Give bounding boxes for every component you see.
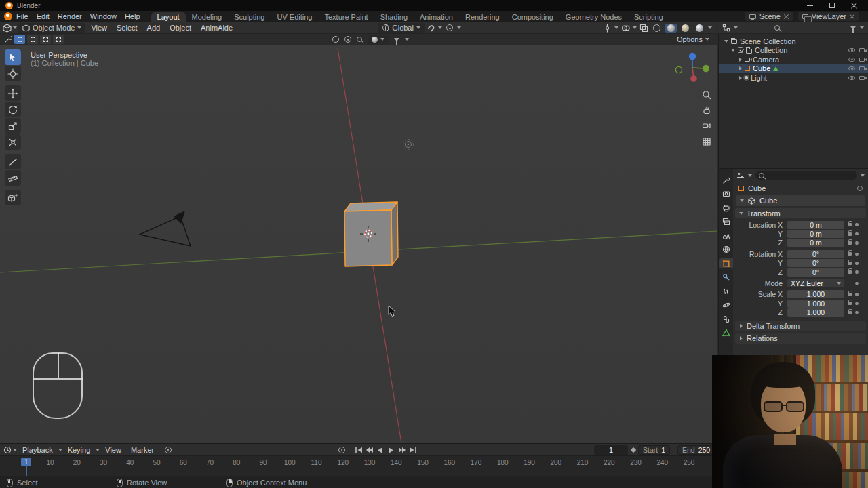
outliner-editor-chevron-icon[interactable] [734, 26, 738, 29]
scene-unlink-icon[interactable] [784, 14, 789, 19]
rotation-x-field[interactable]: 0° [787, 250, 844, 258]
viewport-3d[interactable]: User Perspective (1) Collection | Cube [0, 45, 717, 443]
scale-z-field[interactable]: 1.000 [787, 308, 844, 317]
filter-funnel-icon[interactable] [394, 38, 399, 41]
lock-icon[interactable] [848, 302, 852, 305]
jump-to-end-button[interactable] [408, 445, 417, 455]
tab-modeling[interactable]: Modeling [186, 12, 229, 22]
animate-decorator-icon[interactable] [855, 282, 859, 285]
expand-icon[interactable] [739, 58, 742, 62]
location-y-field[interactable]: 0 m [787, 230, 844, 238]
proportional-edit-icon[interactable] [446, 24, 453, 31]
gizmo-chevron-icon[interactable] [614, 26, 618, 29]
tab-layout[interactable]: Layout [151, 12, 186, 22]
auto-keying-icon[interactable] [165, 447, 172, 453]
gizmo-y-axis[interactable] [703, 65, 709, 72]
menu-keying[interactable]: Keying [64, 446, 95, 454]
tab-world[interactable] [719, 245, 733, 255]
tab-compositing[interactable]: Compositing [506, 12, 559, 22]
scene-selector[interactable]: Scene [745, 12, 793, 21]
tab-scene[interactable] [719, 230, 733, 241]
tab-animation[interactable]: Animation [414, 12, 459, 22]
select-mode-subtract-button[interactable] [40, 35, 51, 44]
pin-id-icon[interactable] [857, 186, 863, 191]
relations-panel[interactable]: Relations [735, 333, 866, 344]
shading-material-button[interactable] [679, 24, 691, 33]
active-tool-icon[interactable] [4, 35, 12, 43]
minimize-icon[interactable] [807, 5, 813, 6]
shading-wireframe-button[interactable] [651, 24, 663, 33]
close-icon[interactable] [851, 3, 857, 9]
outliner-row-light[interactable]: Light [719, 73, 868, 83]
menu-window[interactable]: Window [86, 11, 121, 22]
hide-eye-icon[interactable] [848, 76, 855, 80]
tool-falloff-icon[interactable] [344, 36, 351, 43]
lock-icon[interactable] [848, 293, 852, 296]
frame-end-field[interactable]: End 250 [677, 445, 715, 455]
menu-help[interactable]: Help [121, 11, 144, 22]
record-icon[interactable] [338, 447, 345, 453]
select-mode-intersect-button[interactable] [53, 35, 64, 44]
select-mode-extend-button[interactable] [27, 35, 38, 44]
tool-add-cube[interactable] [5, 190, 21, 205]
delta-transform-panel[interactable]: Delta Transform [735, 321, 866, 331]
editor-type-3d-viewport-icon[interactable] [3, 24, 12, 33]
tab-geometry-nodes[interactable]: Geometry Nodes [559, 12, 628, 22]
maximize-icon[interactable] [829, 3, 835, 8]
menu-render[interactable]: Render [54, 11, 86, 22]
outliner-filter-icon[interactable] [850, 26, 856, 30]
hide-eye-icon[interactable] [848, 66, 855, 70]
menu-object[interactable]: Object [165, 24, 195, 32]
next-keyframe-button[interactable] [397, 445, 406, 455]
tab-constraints[interactable] [719, 314, 733, 324]
menu-animaide[interactable]: AnimAide [197, 24, 237, 32]
hide-eye-icon[interactable] [848, 48, 855, 52]
proportional-chevron-icon[interactable] [457, 26, 461, 29]
location-z-field[interactable]: 0 m [787, 239, 844, 247]
disable-render-icon[interactable] [859, 76, 865, 80]
tab-view-layer[interactable] [719, 217, 733, 227]
zoom-icon[interactable] [701, 89, 712, 100]
tab-uv-editing[interactable]: UV Editing [271, 12, 318, 22]
tool-annotate[interactable] [5, 154, 21, 169]
tab-modifiers[interactable] [719, 272, 733, 283]
pan-hand-icon[interactable] [701, 104, 712, 116]
tab-rendering[interactable]: Rendering [459, 12, 506, 22]
animate-decorator-icon[interactable] [855, 223, 859, 226]
tool-scale[interactable] [5, 118, 21, 134]
menu-edit[interactable]: Edit [33, 11, 54, 22]
tab-render[interactable] [719, 189, 733, 199]
playhead-marker[interactable]: 1 [21, 458, 31, 466]
animate-decorator-icon[interactable] [855, 311, 859, 314]
blender-menu-icon[interactable] [4, 12, 12, 20]
lock-icon[interactable] [848, 311, 852, 314]
orthographic-toggle-icon[interactable] [701, 136, 712, 147]
gizmo-y-neg-axis[interactable] [675, 66, 682, 73]
playback-chevron-icon[interactable] [58, 449, 62, 451]
mode-dropdown[interactable]: Object Mode [18, 23, 85, 33]
play-button[interactable] [387, 445, 395, 455]
play-reverse-button[interactable] [376, 445, 384, 455]
lock-icon[interactable] [848, 223, 852, 226]
overlays-chevron-icon[interactable] [633, 26, 637, 29]
tab-scripting[interactable]: Scripting [628, 12, 669, 22]
expand-icon[interactable] [739, 66, 742, 70]
tab-particles[interactable] [719, 286, 733, 296]
tab-sculpting[interactable]: Sculpting [228, 12, 271, 22]
shading-rendered-button[interactable] [694, 24, 705, 33]
disable-render-icon[interactable] [859, 48, 865, 52]
outliner-row-scene-collection[interactable]: Scene Collection [719, 37, 868, 46]
menu-view-timeline[interactable]: View [101, 446, 125, 454]
options-chevron-icon[interactable] [705, 38, 709, 41]
tool-transform[interactable] [5, 134, 21, 150]
menu-view[interactable]: View [87, 24, 111, 32]
gizmo-x-axis[interactable] [690, 75, 697, 82]
tab-physics[interactable] [719, 300, 733, 310]
tool-sphere-icon[interactable] [332, 36, 339, 43]
scale-y-field[interactable]: 1.000 [787, 300, 844, 308]
menu-select[interactable]: Select [113, 24, 142, 32]
rotation-mode-dropdown[interactable]: XYZ Euler [787, 279, 844, 287]
viewlayer-selector[interactable]: ViewLayer [798, 12, 859, 21]
collapse-icon[interactable] [724, 40, 728, 43]
shading-chevron-icon[interactable] [708, 26, 712, 29]
